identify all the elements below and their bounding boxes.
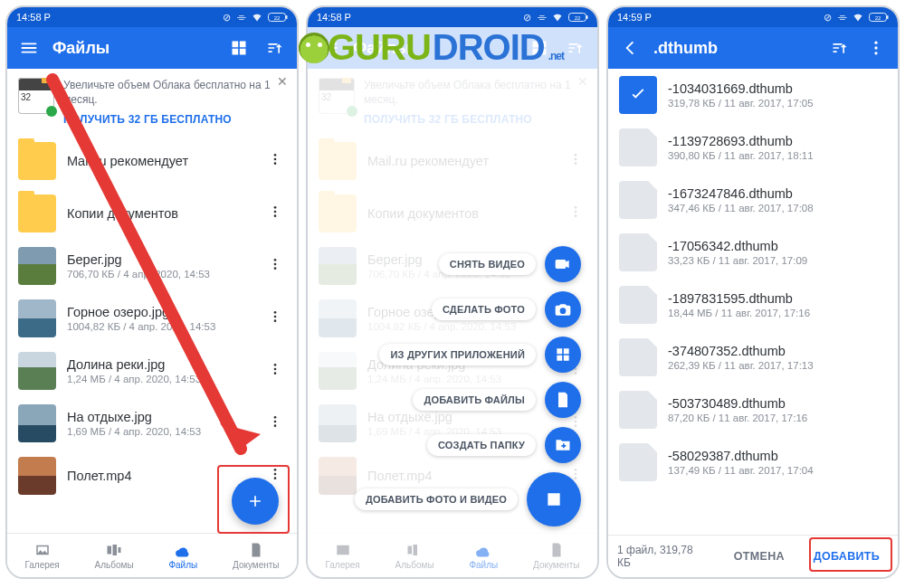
folder-icon [18,142,56,180]
more-icon[interactable] [863,35,889,61]
grid-view-icon[interactable] [226,35,252,61]
action-add-media[interactable]: ДОБАВИТЬ ФОТО И ВИДЕО [355,488,518,510]
svg-point-28 [575,154,577,156]
nav-gallery: Галерея [325,542,359,570]
image-icon[interactable] [527,472,581,526]
back-icon[interactable] [617,35,643,61]
list-item[interactable]: -58029387.dthumb137,49 КБ / 11 авг. 2017… [608,436,898,488]
svg-point-19 [274,420,277,422]
add-button[interactable]: ДОБАВИТЬ [805,545,889,568]
list-item[interactable]: -374807352.dthumb262,39 КБ / 11 авг. 201… [608,331,898,384]
nav-docs-label: Документы [233,560,280,570]
photo-thumb [319,247,357,285]
list-item[interactable]: Берег.jpg706,70 КБ / 4 апр. 2020, 14:53 [7,240,297,292]
sort-icon[interactable] [563,35,588,61]
nav-docs[interactable]: Документы [233,542,280,570]
action-other-apps[interactable]: ИЗ ДРУГИХ ПРИЛОЖЕНИЙ [379,344,536,365]
list-item[interactable]: -1034031669.dthumb319,78 КБ / 11 авг. 20… [608,69,898,121]
cancel-button[interactable]: ОТМЕНА [725,545,794,568]
list-item[interactable]: -1673247846.dthumb347,46 КБ / 11 авг. 20… [608,174,898,226]
grid-view-icon[interactable] [527,35,552,61]
svg-point-29 [575,157,577,160]
list-item[interactable]: Копии документов [7,187,297,240]
action-add-files[interactable]: ДОБАВИТЬ ФАЙЛЫ [413,389,536,411]
svg-point-31 [575,206,577,209]
sort-icon[interactable] [827,35,853,61]
list-item[interactable]: -17056342.dthumb33,23 КБ / 11 авг. 2017,… [608,226,898,279]
list-item[interactable]: Mail.ru рекомендует [7,135,297,187]
item-name: -1139728693.dthumb [668,134,887,148]
photo-thumb [18,457,56,495]
page-title: Файлы [52,39,215,58]
nav-gallery[interactable]: Галерея [24,542,59,570]
file-icon[interactable] [619,338,657,376]
list-item[interactable]: Копии документов [308,187,597,240]
photo-thumb [319,352,357,390]
file-icon[interactable] [545,382,581,418]
list-item[interactable]: Горное озеро.jpg1004,82 КБ / 4 апр. 2020… [7,292,297,345]
action-record-video[interactable]: СНЯТЬ ВИДЕО [439,253,536,275]
more-icon[interactable] [565,201,586,226]
nav-albums[interactable]: Альбомы [95,542,134,570]
dnd-icon: ⊘ [523,12,531,24]
item-sub: 319,78 КБ / 11 авг. 2017, 17:05 [668,98,887,109]
more-icon[interactable] [264,411,286,436]
item-name: Mail.ru рекомендует [367,154,554,168]
list-item[interactable]: -503730489.dthumb87,20 КБ / 11 авг. 2017… [608,384,898,436]
action-create-folder[interactable]: СОЗДАТЬ ПАПКУ [427,434,536,456]
menu-icon[interactable] [317,35,342,61]
svg-point-8 [274,214,277,217]
list-item[interactable]: Mail.ru рекомендует [308,135,597,187]
photo-thumb [18,299,56,337]
more-icon[interactable] [264,306,286,331]
svg-point-5 [274,162,277,165]
list-item[interactable]: На отдыхе.jpg1,69 МБ / 4 апр. 2020, 14:5… [7,397,297,450]
sort-icon[interactable] [262,35,288,61]
photo-thumb [319,457,357,495]
nav-docs: Документы [533,542,580,570]
item-name: -1034031669.dthumb [668,81,887,96]
list-item[interactable]: -1139728693.dthumb390,80 КБ / 11 авг. 20… [608,121,898,174]
status-time: 14:58 [16,12,42,23]
file-icon[interactable] [619,391,657,429]
camera-icon[interactable] [545,291,581,327]
item-sub: 1004,82 КБ / 4 апр. 2020, 14:53 [67,321,253,332]
file-icon[interactable] [619,443,657,481]
action-take-photo[interactable]: СДЕЛАТЬ ФОТО [432,299,536,320]
file-icon[interactable] [619,128,657,166]
svg-point-23 [274,477,277,479]
svg-point-16 [274,367,277,370]
fab-add[interactable] [232,478,279,525]
file-icon[interactable] [619,286,657,324]
svg-point-9 [274,259,277,261]
checkbox-selected-icon[interactable] [619,76,657,114]
menu-icon[interactable] [16,35,42,61]
promo-cta[interactable]: ПОЛУЧИТЬ 32 ГБ БЕСПЛАТНО [63,112,286,127]
nav-files[interactable]: Файлы [168,542,197,570]
list-item[interactable]: -1897831595.dthumb18,44 МБ / 11 авг. 201… [608,279,898,331]
more-icon[interactable] [565,148,586,174]
battery-icon: 22 [869,12,889,23]
list-item[interactable]: Долина реки.jpg1,24 МБ / 4 апр. 2020, 14… [7,345,297,397]
nav-albums: Альбомы [395,542,434,570]
new-folder-icon[interactable] [545,427,581,463]
close-icon[interactable]: ✕ [277,74,288,89]
svg-point-6 [274,206,277,209]
folder-icon [319,194,357,232]
file-list: Mail.ru рекомендуетКопии документовБерег… [7,135,297,533]
item-name: Полет.mp4 [67,469,253,483]
videocam-icon[interactable] [545,246,581,282]
svg-rect-26 [586,15,588,19]
more-icon[interactable] [264,358,286,384]
more-icon[interactable] [264,201,286,226]
item-name: -1897831595.dthumb [668,291,887,306]
more-icon[interactable] [264,253,286,279]
apps-icon[interactable] [545,337,581,373]
wifi-icon [252,12,262,23]
more-icon[interactable] [264,148,286,174]
file-icon[interactable] [619,233,657,271]
promo-banner: Увеличьте объем Облака бесплатно на 1 ме… [7,69,297,135]
file-icon[interactable] [619,181,657,219]
battery-icon: 22 [268,12,288,23]
status-time: 14:58 [317,12,342,23]
